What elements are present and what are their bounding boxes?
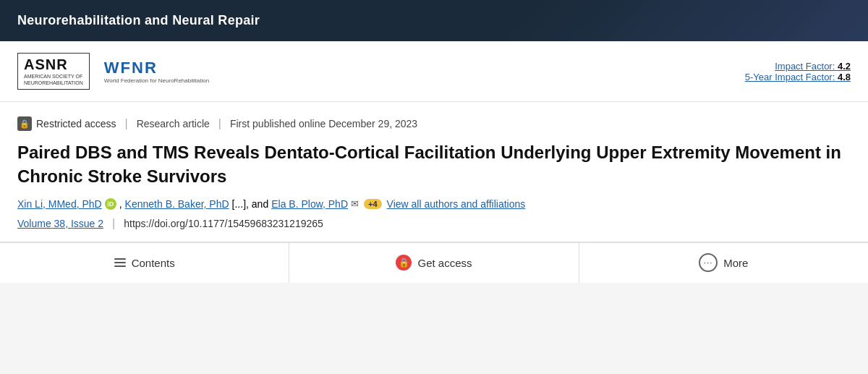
article-type: Research article [137,118,210,129]
author-xin-li[interactable]: Xin Li, MMed, PhD [17,198,102,210]
get-access-icon: 🔒 [396,255,412,271]
action-bar: Contents 🔒 Get access ··· More [0,242,868,283]
authors-line: Xin Li, MMed, PhD iD , Kenneth B. Baker,… [17,198,851,210]
journal-header: Neurorehabilitation and Neural Repair [0,0,868,41]
contents-label: Contents [132,257,175,269]
journal-title: Neurorehabilitation and Neural Repair [17,13,260,28]
more-label: More [723,257,748,269]
branding-bar: ASNR AMERICAN SOCIETY OF NEUROREHABILITA… [0,41,868,102]
comma: , [119,198,122,210]
logos: ASNR AMERICAN SOCIETY OF NEUROREHABILITA… [17,53,209,90]
asnr-logo: ASNR AMERICAN SOCIETY OF NEUROREHABILITA… [17,53,90,90]
impact-factor-5yr-link[interactable]: 5-Year Impact Factor: 4.8 [745,72,851,82]
separator-1: | [124,117,127,130]
wfnr-logo: WFNR World Federation for NeuroRehabilit… [104,59,209,84]
impact-factor-link[interactable]: Impact Factor: 4.2 [775,61,851,72]
plus-authors-badge: +4 [364,199,382,209]
contents-section[interactable]: Contents [0,243,289,283]
impact-factors: Impact Factor: 4.2 5-Year Impact Factor:… [745,61,851,82]
asnr-line1: AMERICAN SOCIETY OF [24,73,83,80]
more-dots-icon: ··· [699,253,718,272]
orcid-icon: iD [105,198,116,210]
email-icon: ✉ [351,198,359,209]
article-metadata: 🔒 Restricted access | Research article |… [0,102,868,242]
impact-factor-value: 4.2 [838,61,851,72]
impact-factor-5yr-label: 5-Year Impact Factor: [745,72,835,82]
get-access-section[interactable]: 🔒 Get access [289,243,579,283]
restricted-access-badge: 🔒 Restricted access [17,116,116,131]
hamburger-icon [114,258,126,267]
published-date: First published online December 29, 2023 [230,118,417,129]
get-access-label: Get access [417,257,472,269]
meta-badges: 🔒 Restricted access | Research article |… [17,116,851,131]
impact-factor-label: Impact Factor: [775,61,835,72]
separator-2: | [218,117,221,130]
author-kenneth-baker[interactable]: Kenneth B. Baker, PhD [125,198,229,210]
restricted-access-label: Restricted access [36,118,116,129]
article-title: Paired DBS and TMS Reveals Dentato-Corti… [17,141,851,188]
separator-3: | [112,217,115,230]
volume-link[interactable]: Volume 38, Issue 2 [17,218,103,229]
wfnr-subtitle: World Federation for NeuroRehabilitation [104,77,209,84]
doi-line: Volume 38, Issue 2 | https://doi.org/10.… [17,217,851,230]
impact-factor-5yr-value: 4.8 [838,72,851,82]
asnr-name: ASNR [24,56,83,73]
ellipsis: [...], and [232,198,269,210]
author-ela-plow[interactable]: Ela B. Plow, PhD [271,198,348,210]
lock-icon: 🔒 [17,116,32,131]
view-all-authors-link[interactable]: View all authors and affiliations [387,198,526,210]
doi-text: https://doi.org/10.1177/1545968323121926… [124,218,323,229]
wfnr-name: WFNR [104,59,209,77]
asnr-line2: NEUROREHABILITATION [24,80,83,86]
more-section[interactable]: ··· More [579,243,868,283]
